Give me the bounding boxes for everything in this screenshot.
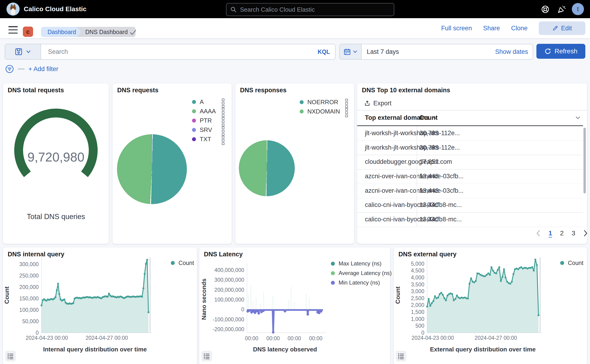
legend-dot-icon [331,271,335,275]
edit-button[interactable]: Edit [539,21,585,35]
legend-item-min-latency-ns-[interactable]: Min Latency (ns) [331,279,380,286]
show-dates-button[interactable]: Show dates [495,48,528,55]
filter-icon[interactable] [5,65,14,73]
legend-item-count[interactable]: Count [560,259,584,266]
table-row-domain[interactable]: jlt-worksh-jlt-workshop-aks-112e... [365,130,414,137]
legend-label: Count [178,260,194,266]
legend-actions-icon[interactable] [222,127,224,136]
legend-label: NXDOMAIN [307,108,340,115]
legend-item-max-latency-ns-[interactable]: Max Latency (ns) [331,260,382,267]
legend-toggle-button[interactable] [396,351,406,361]
legend-label: Count [568,260,584,266]
table-pagination: 123 [536,229,588,237]
legend-actions-icon[interactable] [222,98,224,108]
global-search-input[interactable]: Search Calico Cloud Elastic [226,3,394,16]
legend-dot-icon [171,261,175,265]
list-icon [203,353,210,360]
page-button-2[interactable]: 2 [560,229,564,237]
legend-item-average-latency-ns-[interactable]: Average Latency (ns) [331,269,392,277]
table-row-domain[interactable]: calico-cni-ivan-byocni-03cfb8-mc... [365,216,414,223]
legend-item-a[interactable]: A [192,98,204,105]
dns-responses-pie-chart[interactable] [239,140,295,196]
add-filter-button[interactable]: + Add filter [28,65,58,73]
top-navigation-bar: Calico Cloud Elastic Search Calico Cloud… [0,0,590,18]
time-range-value[interactable]: Last 7 days [367,48,495,55]
legend-actions-icon[interactable] [222,117,224,126]
user-avatar[interactable]: t [572,3,584,15]
table-row-count: 13,440 [419,216,439,223]
legend-actions-icon[interactable] [222,136,224,145]
legend-toggle-button[interactable] [201,351,212,361]
legend-label: TXT [200,136,211,143]
page-button-3[interactable]: 3 [572,229,575,237]
table-row-domain[interactable]: azcni-over-ivan-conference-03cfb... [365,187,414,194]
space-badge[interactable]: c [23,26,33,37]
legend-actions-icon[interactable] [345,108,348,117]
legend-dot-icon [560,261,564,265]
legend-toggle-button[interactable] [5,351,16,361]
table-row-count: 13,448 [419,173,439,180]
column-header-count[interactable]: Count [419,114,580,121]
legend-label: SRV [200,126,212,134]
legend-item-nxdomain[interactable]: NXDOMAIN [300,108,340,115]
saved-query-menu-button[interactable] [5,44,41,59]
menu-toggle-button[interactable] [8,26,18,33]
page-button-1[interactable]: 1 [549,229,552,237]
clone-button[interactable]: Clone [511,25,528,32]
legend-item-noerror[interactable]: NOERROR [300,98,338,106]
dns-requests-pie-chart[interactable] [117,134,187,204]
legend-actions-icon[interactable] [345,99,348,108]
export-label: Export [373,100,391,107]
hamburger-icon [8,26,18,27]
life-buoy-icon [541,5,550,14]
list-icon [7,353,14,360]
save-icon [15,48,23,56]
legend-item-srv[interactable]: SRV [192,126,212,134]
legend-label: Min Latency (ns) [339,280,380,286]
whats-new-button[interactable] [557,5,566,14]
legend-item-txt[interactable]: TXT [192,135,211,143]
date-quick-menu-button[interactable] [340,44,362,59]
legend-item-ptr[interactable]: PTR [192,117,212,124]
table-row-domain[interactable]: clouddebugger.googleapis.com [365,158,414,165]
legend-label: AAAA [200,108,216,115]
legend-item-aaaa[interactable]: AAAA [192,107,216,115]
full-screen-button[interactable]: Full screen [441,25,472,32]
table-row-domain[interactable]: jlt-worksh-jlt-workshop-aks-112e... [365,144,414,151]
panel-dns-external-query: DNS external query [394,247,587,364]
refresh-icon [544,48,551,55]
legend-label: PTR [200,117,212,124]
panel-dns-internal-query: DNS internal query [3,247,197,364]
calico-logo[interactable] [6,3,19,16]
refresh-button[interactable]: Refresh [536,44,585,59]
kql-language-button[interactable]: KQL [318,48,330,55]
legend-dot-icon [300,100,304,104]
table-header-underline [357,125,583,126]
breadcrumb-label: DNS Dashboard [85,29,128,35]
table-row-count: 30,789 [419,144,439,151]
panel-title: DNS Top 10 external domains [362,87,450,94]
legend-item-count[interactable]: Count [171,259,194,266]
export-button[interactable]: Export [364,100,391,107]
help-button[interactable] [541,5,550,14]
list-icon [397,353,404,360]
legend-actions-icon[interactable] [222,108,224,117]
share-button[interactable]: Share [483,25,500,32]
table-row-divider [357,212,583,213]
filter-dash-icon [18,68,25,70]
next-page-icon[interactable] [583,230,588,237]
table-scrollbar[interactable] [584,128,586,193]
table-row-domain[interactable]: azcni-over-ivan-conference-03cfb... [365,173,414,180]
table-row-divider [357,169,583,170]
table-row-divider [357,155,583,155]
divider [357,110,587,110]
saved-check-icon [130,29,136,36]
panel-title: DNS internal query [8,251,64,258]
filter-row: + Add filter [5,64,58,74]
column-header-label: Count [419,114,438,121]
previous-page-icon[interactable] [536,230,541,237]
gauge-caption: Total DNS queries [3,213,109,221]
query-input[interactable]: Search [48,48,318,55]
party-popper-icon [557,5,566,14]
table-row-domain[interactable]: calico-cni-ivan-byocni-03cfb8-mc... [365,201,414,208]
